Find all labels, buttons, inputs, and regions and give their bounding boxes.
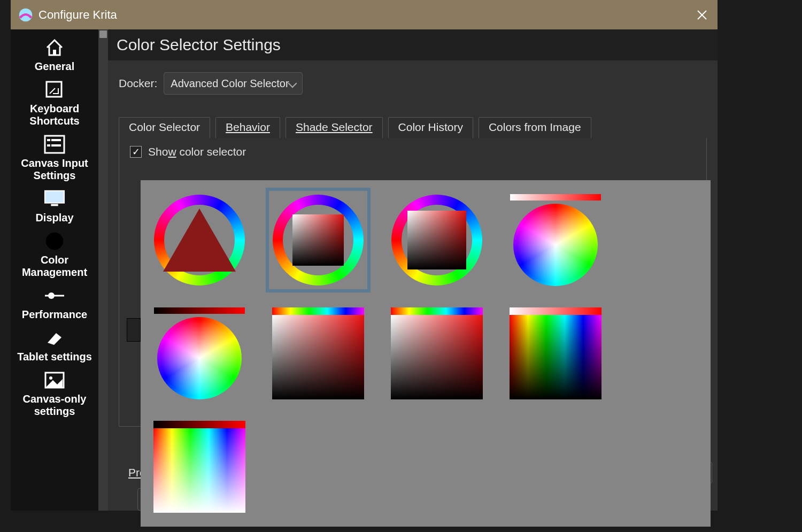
sidebar: General Keyboard Shortcuts Canvas Input … [11,29,98,511]
preview-swatch [127,318,141,342]
sidebar-item-canvas-only[interactable]: Canvas-only settings [11,367,98,422]
svg-rect-7 [51,144,61,147]
sidebar-item-canvas-input[interactable]: Canvas Input Settings [11,132,98,186]
selector-type-popup [141,180,711,527]
scrollbar-thumb[interactable] [99,30,107,38]
svg-rect-8 [45,191,64,203]
docker-combo[interactable]: Advanced Color Selector [164,72,302,95]
show-color-selector-label: Show color selector [148,145,246,158]
sidebar-item-label: Canvas Input Settings [11,157,98,182]
tab-color-history[interactable]: Color History [388,117,473,138]
monitor-icon [44,188,65,210]
selector-type-grid [150,191,701,516]
sidebar-item-label: Tablet settings [17,351,92,363]
eraser-icon [44,327,65,349]
home-icon [44,37,65,58]
sidebar-item-label: Display [35,212,73,224]
selector-type-ring-square[interactable] [269,191,367,289]
docker-row: Docker: Advanced Color Selector [119,72,707,95]
sidebar-item-keyboard-shortcuts[interactable]: Keyboard Shortcuts [11,77,98,132]
app-icon [18,7,33,22]
sidebar-item-label: Color Management [11,254,98,279]
page-title: Color Selector Settings [117,36,709,54]
tab-color-selector[interactable]: Color Selector [119,117,210,138]
tab-shade-selector[interactable]: Shade Selector [286,117,383,138]
shortcut-icon [44,79,65,101]
color-wheel-icon [44,230,65,252]
sidebar-item-label: General [35,60,74,73]
selector-type-ring-square-alt[interactable] [388,191,486,289]
svg-point-12 [46,233,63,250]
sidebar-item-label: Performance [22,309,87,321]
sidebar-item-label: Keyboard Shortcuts [11,103,98,127]
svg-rect-9 [51,204,58,206]
selector-type-wheel-val[interactable] [150,304,249,403]
sidebar-item-label: Canvas-only settings [11,393,98,418]
svg-rect-1 [53,50,56,55]
tab-behavior[interactable]: Behavior [215,117,280,138]
page-header: Color Selector Settings [108,29,718,60]
sidebar-item-display[interactable]: Display [11,186,98,228]
svg-rect-6 [47,144,50,147]
svg-rect-5 [51,139,61,141]
close-button[interactable] [694,7,710,23]
sidebar-item-tablet[interactable]: Tablet settings [11,325,98,367]
selector-type-hsl-rect-light[interactable] [150,418,249,516]
image-icon [44,369,65,391]
show-color-selector-row[interactable]: ✓ Show color selector [130,145,696,158]
docker-value: Advanced Color Selector [171,78,289,90]
svg-point-16 [49,376,52,380]
slider-icon [44,285,65,306]
selector-type-hsv-rect-value[interactable] [506,304,605,403]
tab-bar: Color Selector Behavior Shade Selector C… [119,117,707,138]
selector-type-ring-triangle[interactable] [150,191,249,289]
sidebar-item-performance[interactable]: Performance [11,283,98,325]
sidebar-item-general[interactable]: General [11,35,98,77]
sidebar-scrollbar[interactable] [98,29,108,511]
selector-type-huebar-sv[interactable] [269,304,367,403]
sidebar-item-color-management[interactable]: Color Management [11,228,98,283]
titlebar[interactable]: Configure Krita [11,0,718,29]
tab-colors-from-image[interactable]: Colors from Image [479,117,591,138]
svg-rect-4 [47,139,50,141]
svg-point-14 [48,292,55,299]
form-icon [44,134,65,155]
selector-type-huebar-sv-large[interactable] [388,304,486,403]
show-color-selector-checkbox[interactable]: ✓ [130,146,142,158]
docker-label: Docker: [119,77,157,90]
window-title: Configure Krita [38,8,694,22]
selector-type-wheel-sat[interactable] [506,191,605,289]
